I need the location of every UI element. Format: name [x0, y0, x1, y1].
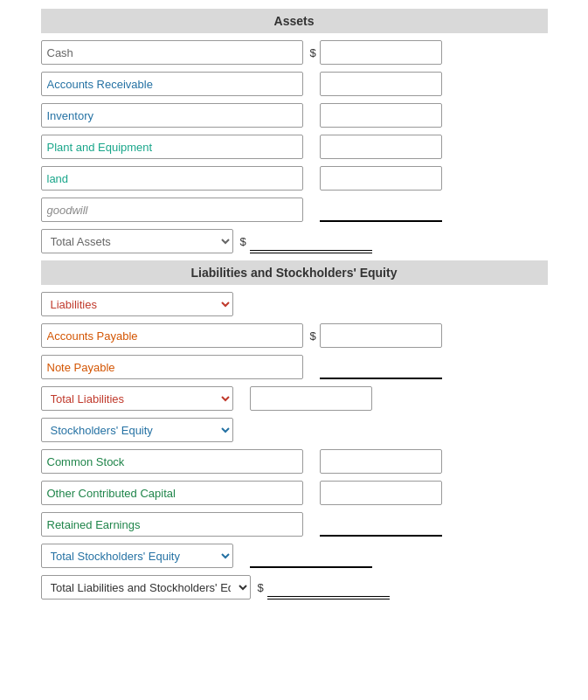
- stockholders-equity-dropdown[interactable]: Stockholders' Equity: [41, 418, 233, 442]
- goodwill-row: $: [41, 198, 548, 222]
- total-assets-value[interactable]: [250, 229, 372, 253]
- goodwill-value[interactable]: [320, 198, 442, 222]
- plant-equipment-value[interactable]: [320, 135, 442, 159]
- total-liabilities-dropdown[interactable]: Total Liabilities: [41, 386, 233, 411]
- inventory-label[interactable]: [41, 103, 303, 128]
- liabilities-dropdown[interactable]: Liabilities: [41, 292, 233, 316]
- common-stock-label[interactable]: [41, 449, 303, 474]
- total-assets-dropdown[interactable]: Total Assets: [41, 229, 233, 253]
- accounts-receivable-row: $: [41, 72, 548, 96]
- inventory-row: $: [41, 103, 548, 128]
- land-label[interactable]: [41, 166, 303, 191]
- cash-value[interactable]: [320, 40, 442, 65]
- plant-equipment-row: $: [41, 135, 548, 159]
- liabilities-equity-header: Liabilities and Stockholders' Equity: [41, 260, 548, 285]
- note-payable-value[interactable]: [320, 355, 442, 379]
- note-payable-row: $: [41, 355, 548, 379]
- liabilities-header-row: Liabilities: [41, 292, 548, 316]
- total-liabilities-equity-value[interactable]: [267, 575, 390, 600]
- plant-equipment-label[interactable]: [41, 135, 303, 159]
- total-liabilities-equity-dropdown[interactable]: Total Liabilities and Stockholders' Equi…: [41, 575, 251, 600]
- accounts-receivable-label[interactable]: [41, 72, 303, 96]
- total-assets-dollar: $: [240, 235, 246, 248]
- assets-header: Assets: [41, 9, 548, 33]
- other-contributed-capital-value[interactable]: [320, 481, 442, 505]
- total-liabilities-row: Total Liabilities $: [41, 386, 548, 411]
- land-value[interactable]: [320, 166, 442, 191]
- inventory-value[interactable]: [320, 103, 442, 128]
- accounts-payable-row: $: [41, 323, 548, 348]
- accounts-receivable-value[interactable]: [320, 72, 442, 96]
- retained-earnings-label[interactable]: [41, 512, 303, 537]
- other-contributed-capital-label[interactable]: [41, 481, 303, 505]
- total-stockholders-equity-value[interactable]: [250, 544, 372, 568]
- total-assets-row: Total Assets $: [41, 229, 548, 253]
- total-liabilities-equity-row: Total Liabilities and Stockholders' Equi…: [41, 575, 548, 600]
- retained-earnings-row: $: [41, 512, 548, 537]
- accounts-payable-label[interactable]: [41, 323, 303, 348]
- land-row: $: [41, 166, 548, 191]
- total-stockholders-equity-row: Total Stockholders' Equity $: [41, 544, 548, 568]
- cash-row: $: [41, 40, 548, 65]
- ap-dollar: $: [310, 329, 316, 343]
- goodwill-label[interactable]: [41, 198, 303, 222]
- tle-dollar: $: [258, 581, 264, 594]
- cash-dollar: $: [310, 46, 316, 59]
- other-contributed-capital-row: $: [41, 481, 548, 505]
- stockholders-equity-header-row: Stockholders' Equity: [41, 418, 548, 442]
- note-payable-label[interactable]: [41, 355, 303, 379]
- common-stock-row: $: [41, 449, 548, 474]
- total-stockholders-equity-dropdown[interactable]: Total Stockholders' Equity: [41, 544, 233, 568]
- retained-earnings-value[interactable]: [320, 512, 442, 537]
- total-liabilities-value[interactable]: [250, 386, 372, 411]
- accounts-payable-value[interactable]: [320, 323, 442, 348]
- common-stock-value[interactable]: [320, 449, 442, 474]
- cash-label[interactable]: [41, 40, 303, 65]
